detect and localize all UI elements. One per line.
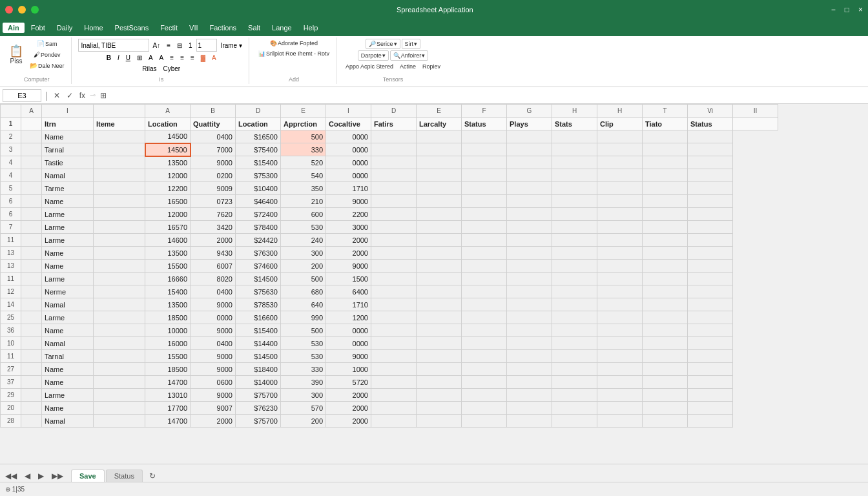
cell-1-Apprction[interactable]: Apprction: [281, 118, 326, 130]
cell-loc2[interactable]: $75630: [236, 285, 281, 298]
cell-i[interactable]: [507, 350, 552, 363]
cell-1-extra[interactable]: [733, 118, 778, 130]
cell-name[interactable]: Larme: [42, 273, 94, 285]
underline-button[interactable]: U: [123, 53, 133, 63]
menu-daily[interactable]: Daily: [52, 23, 78, 33]
cell-1-Clip[interactable]: Clip: [597, 118, 643, 130]
menu-home[interactable]: Home: [79, 23, 108, 33]
cell-loc2[interactable]: $74600: [236, 260, 281, 273]
col-header-I2[interactable]: I: [326, 105, 371, 118]
font-size-selector[interactable]: [196, 39, 217, 52]
cell-f[interactable]: [371, 402, 417, 415]
cell-coca[interactable]: 2000: [326, 389, 371, 402]
row-num[interactable]: 2: [1, 130, 21, 143]
sheet-area[interactable]: A I A B D E I D E F G H H T: [0, 104, 868, 464]
cell-l[interactable]: [643, 143, 688, 156]
cell-col1[interactable]: [21, 260, 42, 273]
sheet-prev-btn[interactable]: ◀◀: [3, 470, 19, 482]
cell-items[interactable]: [94, 350, 145, 363]
cell-coca[interactable]: 1200: [326, 311, 371, 324]
sheet-last-btn[interactable]: ▶▶: [49, 470, 66, 482]
confirm-formula-btn[interactable]: ✓: [65, 91, 75, 100]
cell-k[interactable]: [597, 273, 643, 285]
cell-j[interactable]: [552, 169, 597, 182]
cell-name[interactable]: Namal: [42, 337, 94, 350]
cell-col1[interactable]: [21, 247, 42, 260]
cell-k[interactable]: [597, 221, 643, 234]
cell-j[interactable]: [552, 130, 597, 143]
cell-m[interactable]: [688, 402, 733, 415]
cell-appr[interactable]: 350: [281, 182, 326, 195]
cell-h[interactable]: [462, 285, 507, 298]
cell-g[interactable]: [417, 130, 462, 143]
cell-k[interactable]: [597, 156, 643, 169]
cell-qty[interactable]: 9000: [191, 298, 236, 311]
cell-h[interactable]: [462, 130, 507, 143]
cell-name[interactable]: Larme: [42, 221, 94, 234]
cell-j[interactable]: [552, 337, 597, 350]
cell-appr[interactable]: 330: [281, 363, 326, 376]
cell-col1[interactable]: [21, 143, 42, 156]
cell-h[interactable]: [462, 337, 507, 350]
cell-h[interactable]: [462, 156, 507, 169]
cell-items[interactable]: [94, 324, 145, 337]
cell-name[interactable]: Namal: [42, 415, 94, 428]
cell-l[interactable]: [643, 337, 688, 350]
cell-h[interactable]: [462, 143, 507, 156]
cell-h[interactable]: [462, 169, 507, 182]
cell-name[interactable]: Name: [42, 260, 94, 273]
cell-k[interactable]: [597, 298, 643, 311]
cell-qty[interactable]: 2000: [191, 234, 236, 247]
cell-loc2[interactable]: $14400: [236, 337, 281, 350]
cell-l[interactable]: [643, 402, 688, 415]
cell-l[interactable]: [643, 324, 688, 337]
cell-loc1[interactable]: 10000: [145, 324, 191, 337]
cell-g[interactable]: [417, 260, 462, 273]
menu-lange[interactable]: Lange: [267, 23, 297, 33]
cell-i[interactable]: [507, 285, 552, 298]
cell-g[interactable]: [417, 415, 462, 428]
align-icon[interactable]: 1: [186, 41, 195, 50]
cell-k[interactable]: [597, 260, 643, 273]
cell-m[interactable]: [688, 324, 733, 337]
tab-save[interactable]: Save: [71, 470, 105, 482]
serice-button[interactable]: 🔎 Serice ▾: [366, 39, 400, 49]
cell-loc1[interactable]: 14500: [145, 130, 191, 143]
cell-g[interactable]: [417, 285, 462, 298]
font-color-button[interactable]: A: [146, 53, 156, 63]
cell-m[interactable]: [688, 260, 733, 273]
actine-button[interactable]: Actine: [397, 62, 418, 71]
cell-coca[interactable]: 1710: [326, 298, 371, 311]
menu-pestscans[interactable]: PestScans: [110, 23, 154, 33]
cell-j[interactable]: [552, 285, 597, 298]
cell-i[interactable]: [507, 376, 552, 389]
cell-name[interactable]: Name: [42, 402, 94, 415]
bold-button[interactable]: B: [104, 53, 114, 63]
cell-name[interactable]: Nerme: [42, 285, 94, 298]
cell-coca[interactable]: 0000: [326, 169, 371, 182]
cell-k[interactable]: [597, 350, 643, 363]
row-num[interactable]: 28: [1, 415, 21, 428]
cell-col1[interactable]: [21, 402, 42, 415]
cell-items[interactable]: [94, 234, 145, 247]
col-header-I[interactable]: I: [42, 105, 94, 118]
cell-items[interactable]: [94, 156, 145, 169]
cell-l[interactable]: [643, 221, 688, 234]
maximize-window-btn[interactable]: [31, 6, 39, 14]
rilas-button[interactable]: Rilas: [140, 64, 159, 74]
cell-qty[interactable]: 9007: [191, 402, 236, 415]
cell-1-Status1[interactable]: Status: [462, 118, 507, 130]
cell-name[interactable]: Name: [42, 195, 94, 208]
close-window-btn[interactable]: [5, 6, 13, 14]
cell-loc2[interactable]: $14500: [236, 350, 281, 363]
cell-loc1[interactable]: 13500: [145, 156, 191, 169]
cell-name[interactable]: Name: [42, 376, 94, 389]
cell-name[interactable]: Name: [42, 324, 94, 337]
cell-appr[interactable]: 500: [281, 324, 326, 337]
cell-i[interactable]: [507, 143, 552, 156]
cell-coca[interactable]: 1000: [326, 363, 371, 376]
cell-h[interactable]: [462, 311, 507, 324]
cell-appr[interactable]: 530: [281, 350, 326, 363]
cell-i[interactable]: [507, 260, 552, 273]
menu-fectit[interactable]: Fectit: [155, 23, 183, 33]
